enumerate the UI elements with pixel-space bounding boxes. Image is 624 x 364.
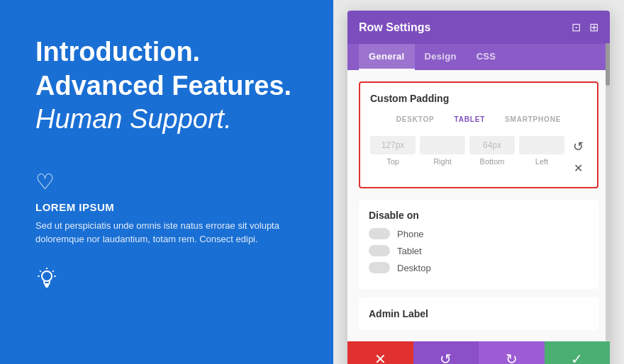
padding-top-input[interactable] [370, 136, 416, 154]
device-tabs: DESKTOP TABLET SMARTPHONE [370, 113, 587, 126]
desktop-toggle[interactable] [369, 262, 390, 273]
padding-left-label: Left [535, 157, 548, 166]
disable-on-title: Disable on [369, 210, 589, 221]
admin-label-section: Admin Label [359, 297, 598, 330]
header-icons: ⊡ ⊞ [572, 21, 598, 34]
disable-on-section: Disable on Phone Tablet Desktop [359, 200, 598, 289]
lightbulb-icon [35, 268, 298, 295]
reset-button[interactable]: ↺ [413, 341, 479, 364]
tab-design[interactable]: Design [415, 44, 467, 70]
save-icon: ✓ [571, 351, 583, 364]
reset-icon: ↺ [440, 351, 452, 364]
tablet-toggle[interactable] [369, 245, 390, 256]
custom-padding-title: Custom Padding [370, 93, 587, 104]
svg-line-6 [52, 271, 54, 272]
left-panel: Introduction. Advanced Features. Human S… [0, 0, 333, 364]
right-panel: Row Settings ⊡ ⊞ General Design CSS Cust… [333, 0, 624, 364]
settings-panel: Row Settings ⊡ ⊞ General Design CSS Cust… [347, 11, 610, 364]
tab-css[interactable]: CSS [467, 44, 506, 70]
device-tab-desktop[interactable]: DESKTOP [386, 113, 445, 126]
heart-section: ♡ LOREM IPSUM Sed ut perspiciatis unde o… [35, 169, 298, 246]
padding-top-field: Top [370, 136, 416, 166]
padding-bottom-field: Bottom [469, 136, 515, 166]
scrollbar[interactable] [606, 43, 610, 341]
disable-phone-row: Phone [369, 228, 589, 239]
grid-icon[interactable]: ⊞ [589, 21, 598, 34]
svg-point-0 [42, 271, 52, 281]
padding-right-label: Right [433, 157, 452, 166]
panel-title: Row Settings [359, 21, 430, 34]
panel-body: Custom Padding DESKTOP TABLET SMARTPHONE [347, 70, 610, 341]
padding-right-input[interactable] [420, 136, 465, 154]
padding-action-buttons: ↺ ✕ [569, 137, 587, 177]
redo-button[interactable]: ↻ [479, 341, 545, 364]
redo-icon: ↻ [506, 351, 518, 364]
device-tab-tablet[interactable]: TABLET [445, 113, 496, 126]
hero-line1: Introduction. [35, 37, 200, 67]
lorem-title: LOREM IPSUM [35, 201, 298, 213]
scrollbar-thumb[interactable] [606, 43, 610, 86]
save-button[interactable]: ✓ [545, 341, 611, 364]
cancel-icon: ✕ [374, 351, 386, 364]
tablet-label: Tablet [397, 246, 422, 256]
reset-padding-button[interactable]: ↺ [569, 137, 587, 156]
phone-label: Phone [397, 229, 424, 239]
hero-title: Introduction. Advanced Features. Human S… [35, 35, 298, 137]
panel-tabs: General Design CSS [347, 44, 610, 70]
admin-label-title: Admin Label [369, 308, 428, 319]
padding-right-field: Right [420, 136, 465, 166]
disable-desktop-row: Desktop [369, 262, 589, 273]
expand-icon[interactable]: ⊡ [572, 21, 581, 34]
device-tab-smartphone[interactable]: SMARTPHONE [495, 113, 571, 126]
heart-icon: ♡ [35, 169, 298, 194]
padding-bottom-input[interactable] [469, 136, 515, 154]
disable-tablet-row: Tablet [369, 245, 589, 256]
padding-top-label: Top [386, 157, 399, 166]
panel-header: Row Settings ⊡ ⊞ [347, 11, 610, 44]
bottom-bar: ✕ ↺ ↻ ✓ [347, 341, 610, 364]
padding-inputs-row: Top Right Bottom Left ↺ [370, 136, 587, 177]
lorem-text: Sed ut perspiciatis unde omnis iste natu… [35, 219, 298, 246]
desktop-label: Desktop [397, 263, 431, 273]
clear-padding-button[interactable]: ✕ [569, 159, 587, 177]
padding-left-input[interactable] [519, 136, 564, 154]
hero-line2: Advanced Features. [35, 71, 291, 101]
cancel-button[interactable]: ✕ [347, 341, 413, 364]
svg-line-5 [40, 271, 41, 272]
hero-line3: Human Support. [35, 104, 232, 134]
tab-general[interactable]: General [359, 44, 415, 70]
phone-toggle[interactable] [369, 228, 390, 239]
padding-bottom-label: Bottom [480, 157, 505, 166]
custom-padding-section: Custom Padding DESKTOP TABLET SMARTPHONE [359, 81, 598, 188]
padding-left-field: Left [519, 136, 564, 166]
